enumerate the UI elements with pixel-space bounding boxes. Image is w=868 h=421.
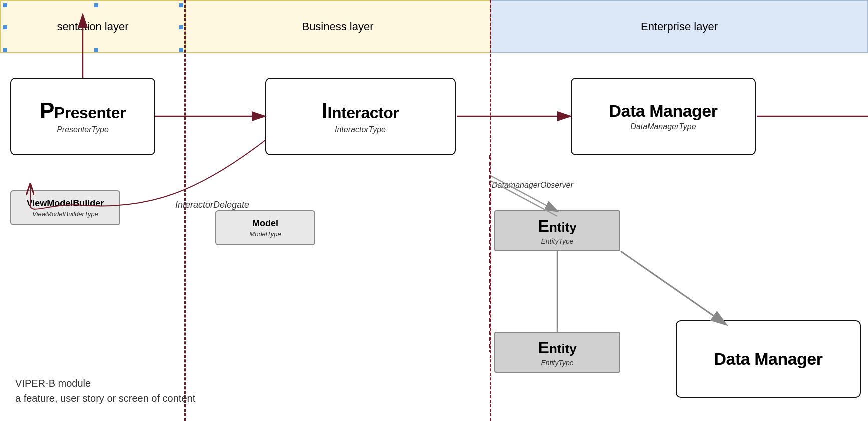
view-model-builder-box: ViewModelBuilder ViewModelBuilderType: [10, 190, 120, 225]
entity-2-name: Entity: [538, 338, 577, 357]
selection-dot-tm: [94, 3, 98, 7]
bottom-text: VIPER-B module a feature, user story or …: [15, 376, 195, 406]
data-manager-2-name: Data Manager: [714, 350, 823, 368]
selection-dot-bl: [3, 48, 7, 52]
presentation-layer-label: sentation layer: [57, 20, 128, 33]
bottom-text-line2: a feature, user story or screen of conte…: [15, 391, 195, 406]
interactor-name: IInteractor: [322, 99, 399, 123]
model-box: Model ModelType: [215, 210, 315, 245]
svg-text:DatamanagerObserver: DatamanagerObserver: [492, 181, 573, 189]
layer-enterprise-header: Enterprise layer: [491, 0, 868, 53]
enterprise-layer-label: Enterprise layer: [641, 20, 718, 33]
separator-line-2: [490, 0, 491, 421]
datamanager-observer-label: DatamanagerObserver: [492, 181, 573, 189]
entity-2-box: Entity EntityType: [494, 332, 620, 373]
selection-dot-bm: [94, 48, 98, 52]
svg-line-8: [490, 175, 557, 211]
interactor-box: IInteractor InteractorType: [265, 78, 456, 155]
selection-dot-ml: [3, 25, 7, 29]
layer-presentation-header: sentation layer: [0, 0, 185, 53]
data-manager-1-name: Data Manager: [609, 102, 718, 120]
svg-line-11: [621, 251, 726, 324]
data-manager-2-box: Data Manager: [676, 320, 861, 398]
view-model-builder-type: ViewModelBuilderType: [32, 210, 98, 218]
presenter-box: PPresenter PresenterType: [10, 78, 155, 155]
business-layer-label: Business layer: [302, 20, 373, 33]
view-model-builder-name: ViewModelBuilder: [27, 198, 104, 209]
separator-line-1: [184, 0, 186, 421]
selection-dot-tl: [3, 3, 7, 7]
diagram-container: sentation layer Business layer Enterpris…: [0, 0, 868, 421]
interactor-delegate-label: InteractorDelegate: [175, 200, 249, 210]
presenter-type: PresenterType: [57, 125, 109, 134]
data-manager-1-type: DataManagerType: [630, 122, 696, 131]
model-name: Model: [252, 218, 278, 229]
entity-1-type: EntityType: [541, 237, 573, 245]
interactor-type: InteractorType: [335, 125, 386, 134]
model-type: ModelType: [249, 230, 281, 238]
entity-1-box: Entity EntityType: [494, 210, 620, 251]
selection-dot-br: [179, 48, 183, 52]
svg-text:InteractorDelegate: InteractorDelegate: [175, 200, 249, 210]
entity-1-name: Entity: [538, 216, 577, 236]
entity-2-type: EntityType: [541, 359, 573, 367]
presenter-name: PPresenter: [40, 99, 126, 123]
selection-dot-mr: [179, 25, 183, 29]
bottom-text-line1: VIPER-B module: [15, 376, 195, 391]
data-manager-1-box: Data Manager DataManagerType: [571, 78, 756, 155]
layer-business-header: Business layer: [185, 0, 491, 53]
selection-dot-tr: [179, 3, 183, 7]
